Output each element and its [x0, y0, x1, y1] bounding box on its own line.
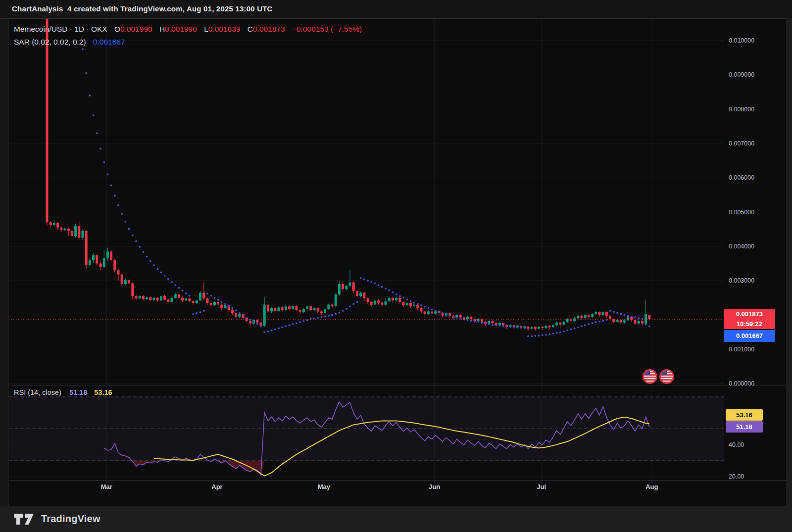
- rsi-badge: 51.18: [726, 421, 763, 433]
- sar-label: SAR (0.02, 0.02, 0.2): [14, 38, 86, 46]
- time-axis-month-label: Jul: [537, 483, 546, 490]
- rsi-ma-value: 53.16: [94, 388, 112, 396]
- time-axis-month-label: Jun: [429, 483, 440, 490]
- rsi-legend-row[interactable]: RSI (14, close) 51.18 53.16: [14, 388, 112, 396]
- high-label: H: [159, 25, 165, 33]
- price-tick-label: 0.010000: [729, 37, 754, 45]
- price-tick-label: 0.001000: [729, 345, 754, 353]
- price-tick-label: 0.006000: [729, 174, 754, 182]
- price-tick-label: 0.007000: [729, 140, 754, 147]
- time-axis-month-label: Apr: [211, 483, 222, 490]
- low-label: L: [204, 25, 208, 33]
- rsi-value: 51.18: [69, 388, 87, 396]
- rsi-tick-label: 20.00: [729, 473, 744, 481]
- symbol-title: Memecoin/USD · 1D · OKX: [14, 25, 107, 33]
- price-tick-label: 0.008000: [729, 105, 754, 113]
- bar-countdown: 10:59:22: [724, 319, 775, 329]
- price-tick-label: 0.005000: [729, 208, 754, 216]
- tradingview-logo-icon[interactable]: [13, 513, 36, 525]
- price-tick-label: 0.009000: [729, 71, 754, 79]
- symbol-legend-row[interactable]: Memecoin/USD · 1D · OKX O0.001990 H0.001…: [14, 25, 362, 34]
- high-value: 0.001990: [165, 25, 197, 33]
- price-tick-label: 0.000000: [729, 380, 754, 387]
- us-flag-event-icon[interactable]: [659, 369, 674, 384]
- open-label: O: [114, 25, 120, 33]
- flag-canton: [644, 371, 650, 375]
- tradingview-chart-window: ChartAnalysis_4 created with TradingView…: [0, 0, 792, 532]
- rsi-tick-label: 40.00: [729, 441, 744, 449]
- sar-legend-row[interactable]: SAR (0.02, 0.02, 0.2) 0.001667: [14, 38, 125, 47]
- tradingview-wordmark[interactable]: TradingView: [41, 513, 100, 525]
- time-axis-month-label: May: [318, 483, 330, 490]
- last-price-value: 0.001873: [724, 309, 775, 319]
- price-tick-label: 0.004000: [729, 242, 754, 250]
- flag-canton: [661, 371, 667, 375]
- rsi-ma-badge: 53.16: [726, 409, 763, 421]
- change-value: −0.000153 (−7.55%): [292, 25, 362, 33]
- close-value: 0.001873: [253, 25, 285, 33]
- chart-canvas[interactable]: [0, 0, 792, 532]
- low-value: 0.001839: [208, 25, 241, 33]
- rsi-label: RSI (14, close): [14, 388, 61, 396]
- price-tick-label: 0.003000: [729, 277, 754, 285]
- close-label: C: [248, 25, 253, 33]
- open-value: 0.001990: [120, 25, 152, 33]
- footer-bar: TradingView: [0, 506, 792, 532]
- last-price-badge: 0.001873 10:59:22: [724, 309, 775, 329]
- time-axis-month-label: Aug: [645, 483, 658, 490]
- time-axis-month-label: Mar: [101, 483, 112, 490]
- sar-value: 0.001667: [93, 38, 125, 46]
- sar-price-badge: 0.001667: [724, 330, 775, 342]
